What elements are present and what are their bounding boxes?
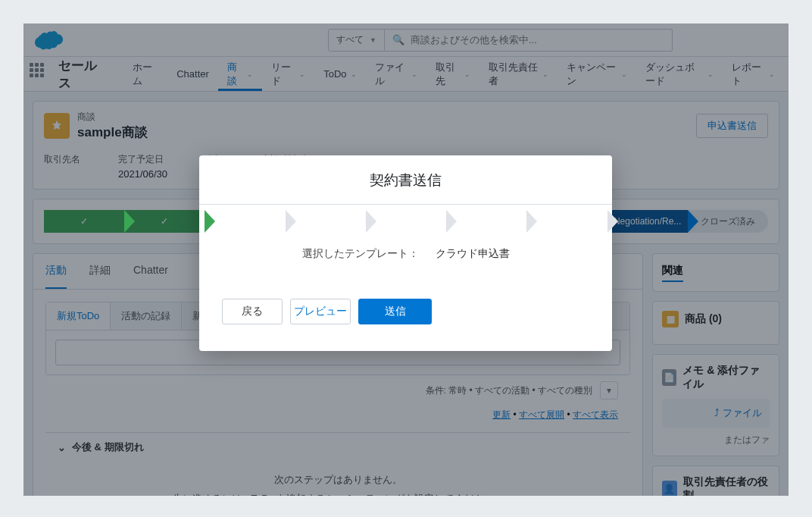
back-button[interactable]: 戻る [222,299,283,324]
modal-title: 契約書送信 [199,155,612,205]
send-button[interactable]: 送信 [358,299,432,324]
preview-button[interactable]: プレビュー [290,299,351,324]
send-contract-modal: 契約書送信 選択したテンプレート： クラウド申込書 戻る プレビュー 送信 [199,155,612,351]
template-name: クラウド申込書 [436,247,510,261]
template-label: 選択したテンプレート： [302,247,419,261]
